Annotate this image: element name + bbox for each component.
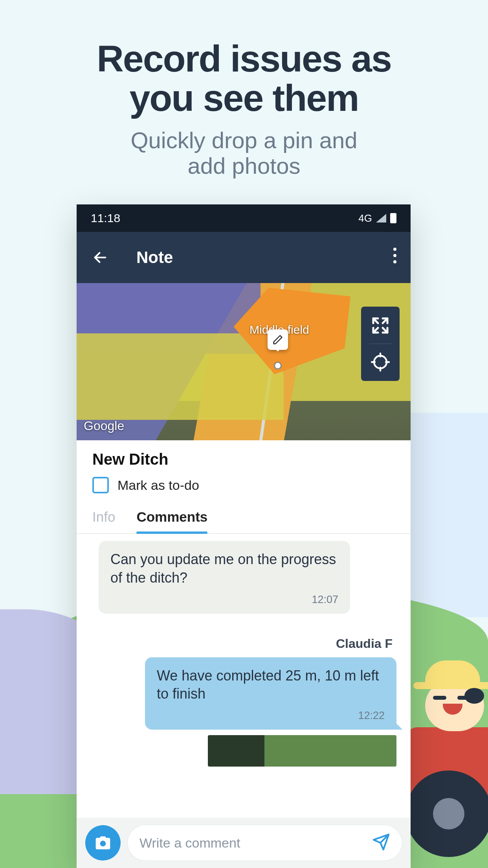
todo-checkbox[interactable] [92,477,109,493]
camera-button[interactable] [85,825,121,861]
expand-icon [371,316,390,335]
fullscreen-button[interactable] [371,316,390,335]
note-title: New Ditch [92,451,395,468]
comment-time: 12:22 [157,709,385,723]
map-pin-anchor [274,362,282,370]
comment-text: Can you update me on the progress of the… [110,551,336,586]
battery-icon [390,213,396,223]
comment-sender: Claudia F [87,636,393,651]
svg-point-10 [100,841,106,847]
arrow-left-icon [92,250,108,265]
comment-input[interactable]: Write a comment [128,825,402,861]
status-bar: 11:18 4G [77,204,411,232]
phone-frame: 11:18 4G Note Middle field [77,204,411,868]
comment-attachment-thumb[interactable] [208,735,396,767]
promo-subtitle: Quickly drop a pin and add photos [0,128,488,179]
mark-todo-row[interactable]: Mark as to-do [92,477,395,493]
promo-title: Record issues as you see them [0,39,488,118]
comment-composer: Write a comment [77,818,411,868]
map-view[interactable]: Middle field Google [77,283,411,440]
comment-placeholder: Write a comment [139,835,372,851]
comments-thread: Can you update me on the progress of the… [77,534,411,767]
tab-info[interactable]: Info [92,509,115,533]
app-bar-title: Note [136,248,173,267]
crosshair-icon [371,353,390,371]
send-icon [372,833,390,851]
status-time: 11:18 [91,211,120,225]
signal-icon [376,214,386,223]
pencil-icon [272,334,283,345]
comment-bubble: Can you update me on the progress of the… [99,541,350,614]
map-controls [361,307,400,381]
comment-bubble: We have completed 25 m, 10 m left to fin… [145,657,396,730]
app-bar: Note [77,232,411,283]
comment-text: We have completed 25 m, 10 m left to fin… [157,668,379,702]
send-button[interactable] [372,833,390,853]
back-button[interactable] [91,248,110,267]
map-provider-label: Google [84,419,124,433]
camera-icon [94,834,112,851]
map-pin[interactable] [268,329,288,350]
tab-comments[interactable]: Comments [136,509,207,533]
locate-button[interactable] [371,353,390,371]
overflow-menu-button[interactable] [393,248,396,263]
todo-label: Mark as to-do [117,478,199,493]
comment-time: 12:07 [110,593,338,607]
svg-point-5 [374,356,387,368]
tabs: Info Comments [77,497,411,534]
status-network: 4G [358,212,372,224]
